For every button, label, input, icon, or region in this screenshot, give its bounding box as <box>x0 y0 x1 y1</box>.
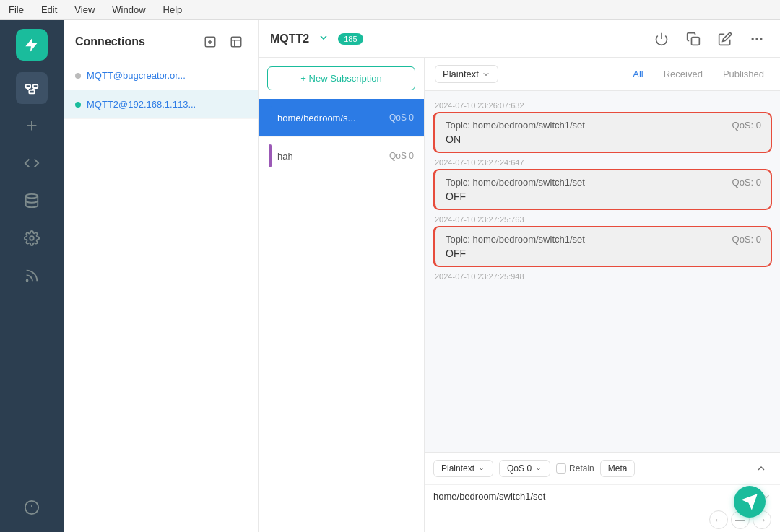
edit-icon <box>718 32 732 46</box>
svg-point-7 <box>26 194 38 199</box>
top-bar-actions <box>650 27 768 51</box>
sub-item-left: home/bedroom/s... <box>269 106 355 129</box>
topic-input-row <box>425 485 780 507</box>
message-topic-line: Topic: home/bedroom/switch1/set QoS: 0 <box>446 177 761 188</box>
nav-arrows: ← — → <box>425 507 780 532</box>
more-icon <box>750 32 764 46</box>
plus-square-icon <box>204 35 217 48</box>
message-content: OFF <box>446 191 761 202</box>
sub-item-left: hah <box>269 144 293 167</box>
connection-name: MQTT2@192.168.1.113... <box>87 99 196 110</box>
sidebar <box>0 20 64 532</box>
send-button[interactable] <box>734 486 766 518</box>
prev-arrow-button[interactable]: ← <box>709 510 728 529</box>
content-area: + New Subscription home/bedroom/s... QoS… <box>259 58 780 532</box>
power-button[interactable] <box>650 27 673 51</box>
connection-name: MQTT@bugcreator.or... <box>87 70 186 81</box>
svg-point-23 <box>760 38 762 40</box>
connections-actions <box>200 32 246 52</box>
more-options-button[interactable] <box>745 27 768 51</box>
connections-header: Connections <box>64 20 258 61</box>
message-timestamp: 2024-07-10 23:27:24:647 <box>433 154 771 170</box>
svg-point-8 <box>30 236 34 240</box>
menu-window[interactable]: Window <box>109 3 148 17</box>
menu-file[interactable]: File <box>6 3 27 17</box>
sidebar-item-data[interactable] <box>16 185 48 217</box>
power-icon <box>654 32 669 46</box>
message-timestamp: 2024-07-10 23:26:07:632 <box>433 97 771 113</box>
svg-rect-0 <box>26 84 30 88</box>
settings-icon <box>24 230 40 246</box>
logo-icon <box>22 35 41 54</box>
retain-checkbox-label[interactable]: Retain <box>556 463 594 474</box>
message-timestamp: 2024-07-10 23:27:25:948 <box>433 268 771 284</box>
subscription-name: hah <box>277 151 293 162</box>
plus-icon <box>24 118 40 134</box>
menu-view[interactable]: View <box>72 3 98 17</box>
svg-rect-1 <box>33 84 38 88</box>
topic-input[interactable] <box>433 491 761 502</box>
sidebar-item-rss[interactable] <box>16 260 48 292</box>
message-bubble: Topic: home/bedroom/switch1/set QoS: 0 O… <box>433 227 771 266</box>
expand-icon <box>755 463 767 474</box>
layout-icon <box>230 35 243 48</box>
chevron-down-icon[interactable] <box>318 32 329 46</box>
top-bar: MQTT2 185 <box>259 20 780 58</box>
sidebar-item-add[interactable] <box>16 110 48 141</box>
message-topic: Topic: home/bedroom/switch1/set <box>446 120 585 131</box>
database-icon <box>24 193 40 209</box>
add-connection-button[interactable] <box>200 32 220 52</box>
expand-publisher-button[interactable] <box>751 458 771 479</box>
subscription-item-bedroom[interactable]: home/bedroom/s... QoS 0 <box>259 99 424 137</box>
sidebar-item-connections[interactable] <box>16 72 48 104</box>
publish-format-select[interactable]: Plaintext <box>433 460 493 477</box>
svg-point-22 <box>755 38 758 40</box>
message-topic-line: Topic: home/bedroom/switch1/set QoS: 0 <box>446 120 761 131</box>
filter-tab-received[interactable]: Received <box>658 66 708 82</box>
message-bubble: Topic: home/bedroom/switch1/set QoS: 0 O… <box>433 113 771 152</box>
filter-bar: Plaintext All Received Published <box>425 58 780 91</box>
filter-tab-all[interactable]: All <box>627 66 649 82</box>
messages-list: 2024-07-10 23:26:07:632 Topic: home/bedr… <box>425 91 780 452</box>
connection-title: MQTT2 <box>270 32 309 45</box>
publish-qos-label: QoS 0 <box>507 463 532 474</box>
sidebar-item-info[interactable] <box>16 492 48 523</box>
connections-panel: Connections MQTT@bugcreator.or... MQTT2@… <box>64 20 259 532</box>
meta-button[interactable]: Meta <box>600 460 636 477</box>
filter-tab-published[interactable]: Published <box>717 66 770 82</box>
pub-qos-chevron-icon <box>534 465 542 473</box>
copy-button[interactable] <box>682 27 705 51</box>
subscriptions-panel: + New Subscription home/bedroom/s... QoS… <box>259 58 425 532</box>
svg-point-21 <box>752 38 754 40</box>
publish-qos-select[interactable]: QoS 0 <box>499 460 550 477</box>
new-subscription-button[interactable]: + New Subscription <box>267 66 415 90</box>
menu-help[interactable]: Help <box>160 3 186 17</box>
menu-edit[interactable]: Edit <box>38 3 60 17</box>
copy-icon <box>686 32 701 46</box>
connections-title: Connections <box>75 35 145 48</box>
svg-rect-2 <box>29 90 34 94</box>
connection-item-mqtt1[interactable]: MQTT@bugcreator.or... <box>64 61 258 90</box>
publisher-options: Plaintext QoS 0 Retain Meta <box>425 453 780 485</box>
svg-line-4 <box>32 88 35 90</box>
subscription-qos: QoS 0 <box>389 151 414 161</box>
retain-checkbox[interactable] <box>556 463 566 474</box>
format-select[interactable]: Plaintext <box>435 65 498 83</box>
sidebar-item-code[interactable] <box>16 147 48 179</box>
svg-marker-25 <box>743 495 756 508</box>
subscription-item-hah[interactable]: hah QoS 0 <box>259 137 424 175</box>
sub-color-stripe <box>269 106 272 129</box>
svg-rect-16 <box>231 37 241 47</box>
sidebar-item-settings[interactable] <box>16 222 48 254</box>
subscription-name: home/bedroom/s... <box>277 113 355 123</box>
layout-toggle-button[interactable] <box>226 32 246 52</box>
edit-button[interactable] <box>714 27 737 51</box>
logo-button[interactable] <box>16 29 48 61</box>
message-qos: QoS: 0 <box>732 120 761 131</box>
main-content: MQTT2 185 <box>259 20 780 532</box>
app-body: Connections MQTT@bugcreator.or... MQTT2@… <box>0 20 780 532</box>
info-icon <box>24 500 40 515</box>
message-content: ON <box>446 134 761 145</box>
svg-point-9 <box>27 280 28 282</box>
connection-item-mqtt2[interactable]: MQTT2@192.168.1.113... <box>64 90 258 119</box>
